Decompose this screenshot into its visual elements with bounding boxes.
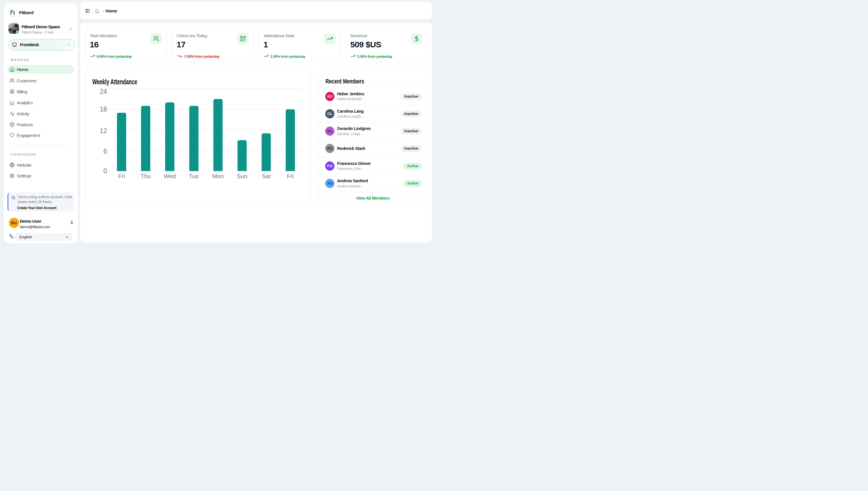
svg-text:Tue: Tue	[189, 173, 199, 179]
svg-text:Sat: Sat	[262, 173, 271, 179]
svg-text:6: 6	[103, 148, 107, 155]
svg-text:Fri: Fri	[287, 173, 294, 179]
svg-text:Sun: Sun	[237, 173, 247, 179]
svg-text:18: 18	[99, 106, 107, 113]
svg-text:Thu: Thu	[141, 173, 151, 179]
svg-text:Wed: Wed	[164, 173, 176, 179]
svg-text:24: 24	[99, 88, 107, 95]
svg-text:12: 12	[99, 127, 107, 135]
svg-text:Fri: Fri	[118, 173, 125, 179]
svg-text:Mon: Mon	[212, 173, 224, 179]
svg-text:0: 0	[103, 167, 107, 175]
